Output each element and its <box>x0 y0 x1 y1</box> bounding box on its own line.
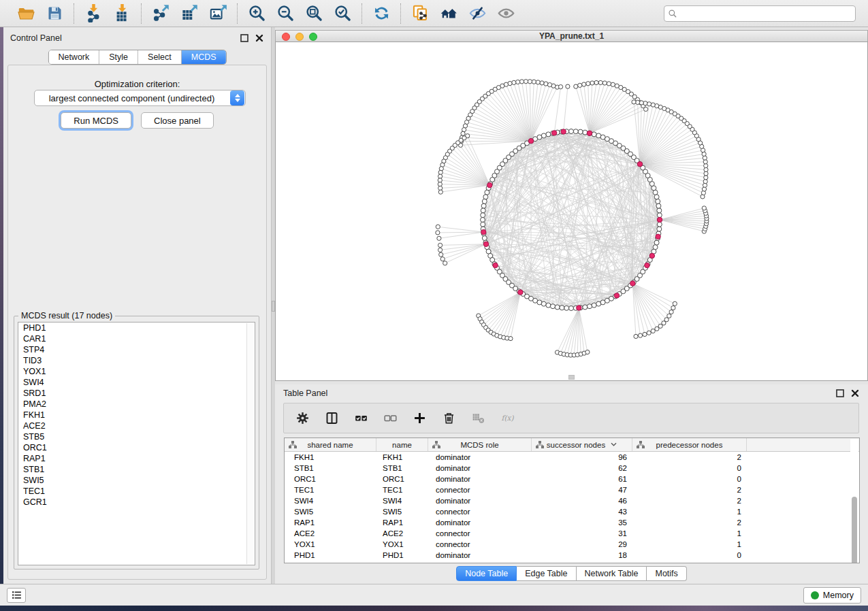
table-row[interactable]: ACE2ACE2connector311 <box>285 528 859 539</box>
export-network-button[interactable] <box>148 3 173 24</box>
network-node[interactable] <box>703 156 707 160</box>
add-column-button[interactable] <box>411 410 428 427</box>
search-input[interactable] <box>664 5 856 22</box>
network-node[interactable] <box>552 131 557 135</box>
network-node[interactable] <box>656 234 660 239</box>
network-node[interactable] <box>651 103 655 107</box>
network-node[interactable] <box>596 133 601 138</box>
result-node[interactable]: YOX1 <box>18 366 255 377</box>
column-header-MCDS-role[interactable]: MCDS role <box>428 438 532 451</box>
network-node[interactable] <box>656 203 661 208</box>
network-node[interactable] <box>647 331 651 335</box>
network-node[interactable] <box>564 306 569 310</box>
network-node[interactable] <box>519 80 524 84</box>
folder-open-button[interactable] <box>14 3 38 24</box>
close-panel-button[interactable] <box>255 33 264 43</box>
result-node[interactable]: TEC1 <box>18 486 255 497</box>
zoom-selected-button[interactable] <box>330 3 355 24</box>
network-node[interactable] <box>438 248 443 252</box>
result-node[interactable]: SRD1 <box>18 388 255 399</box>
result-node[interactable]: ACE2 <box>18 420 255 431</box>
canvas-divider-grip[interactable] <box>568 375 575 380</box>
network-node[interactable] <box>518 290 523 295</box>
network-node[interactable] <box>703 160 707 164</box>
zoom-fit-button[interactable] <box>302 3 326 24</box>
zoom-in-button[interactable] <box>244 3 269 24</box>
network-node[interactable] <box>546 132 551 137</box>
column-header-successor-nodes[interactable]: successor nodes <box>532 438 632 451</box>
maximize-window-icon[interactable] <box>309 33 317 41</box>
network-node[interactable] <box>657 217 662 222</box>
criterion-dropdown[interactable]: largest connected component (undirected) <box>34 90 246 106</box>
column-header-name[interactable]: name <box>376 438 428 451</box>
network-node[interactable] <box>482 199 487 204</box>
network-node[interactable] <box>583 130 588 135</box>
result-node[interactable]: TID3 <box>18 355 255 366</box>
network-node[interactable] <box>481 208 485 213</box>
network-node[interactable] <box>607 82 611 86</box>
network-node[interactable] <box>704 164 708 168</box>
network-node[interactable] <box>634 334 638 338</box>
network-node[interactable] <box>481 203 486 208</box>
table-row[interactable]: TEC1TEC1connector472 <box>285 484 859 495</box>
network-node[interactable] <box>481 213 485 218</box>
table-row[interactable]: RAP1RAP1dominator352 <box>285 517 859 528</box>
network-node[interactable] <box>654 240 659 245</box>
network-node[interactable] <box>516 80 520 84</box>
network-node[interactable] <box>544 82 548 86</box>
table-row[interactable]: SWI4SWI4dominator462 <box>285 495 859 506</box>
network-node[interactable] <box>566 84 570 88</box>
network-node[interactable] <box>638 333 642 337</box>
float-table-panel-button[interactable] <box>835 389 845 398</box>
export-image-button[interactable] <box>206 3 230 24</box>
result-node[interactable]: FKH1 <box>18 410 255 420</box>
result-node[interactable]: PMA2 <box>18 399 255 410</box>
eye-button[interactable] <box>494 3 518 24</box>
network-node[interactable] <box>574 84 578 88</box>
refresh-button[interactable] <box>369 3 393 24</box>
tab-node-table[interactable]: Node Table <box>456 566 517 581</box>
network-node[interactable] <box>583 305 588 310</box>
network-node[interactable] <box>481 218 485 222</box>
network-node[interactable] <box>551 304 556 309</box>
network-node[interactable] <box>483 242 488 246</box>
network-graph[interactable] <box>276 42 867 381</box>
network-node[interactable] <box>524 80 528 84</box>
network-node[interactable] <box>546 303 551 308</box>
result-node[interactable]: GCR1 <box>18 497 255 508</box>
network-node[interactable] <box>437 236 441 240</box>
column-header-shared-name[interactable]: shared name <box>285 438 376 451</box>
network-node[interactable] <box>602 81 607 85</box>
import-table-button[interactable] <box>110 3 134 24</box>
network-node[interactable] <box>704 176 708 180</box>
network-node[interactable] <box>438 182 442 186</box>
split-columns-button[interactable] <box>323 410 340 427</box>
result-node[interactable]: ORC1 <box>18 442 255 453</box>
task-history-button[interactable] <box>7 588 26 603</box>
network-node[interactable] <box>653 245 658 250</box>
result-node[interactable]: PHD1 <box>18 323 255 333</box>
result-node[interactable]: STB5 <box>18 431 255 442</box>
network-node[interactable] <box>657 222 662 227</box>
network-node[interactable] <box>637 162 642 167</box>
network-node[interactable] <box>573 129 578 134</box>
network-node[interactable] <box>569 129 574 134</box>
network-node[interactable] <box>703 180 707 184</box>
network-node[interactable] <box>657 227 662 231</box>
table-scrollbar-thumb[interactable] <box>852 497 857 563</box>
network-node[interactable] <box>438 170 443 174</box>
network-node[interactable] <box>561 129 566 134</box>
network-node[interactable] <box>532 80 536 84</box>
network-node[interactable] <box>615 84 619 88</box>
network-node[interactable] <box>611 82 615 86</box>
network-node[interactable] <box>673 301 677 306</box>
result-node[interactable]: STB1 <box>18 464 255 475</box>
network-node[interactable] <box>592 132 596 137</box>
delete-column-button[interactable] <box>440 410 457 427</box>
network-node[interactable] <box>586 82 590 86</box>
network-node[interactable] <box>512 80 516 84</box>
run-mcds-button[interactable]: Run MCDS <box>61 112 131 129</box>
network-node[interactable] <box>438 243 443 247</box>
network-node[interactable] <box>436 231 440 235</box>
minimize-window-icon[interactable] <box>295 33 304 41</box>
